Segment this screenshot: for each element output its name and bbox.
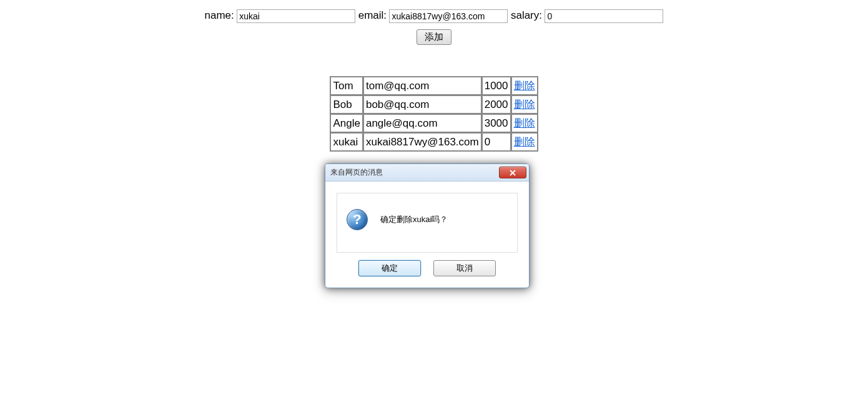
- add-button[interactable]: 添加: [417, 29, 451, 45]
- cell-salary: 2000: [482, 95, 511, 114]
- cell-action: 删除: [511, 114, 538, 132]
- table-row: xukaixukai8817wy@163.com0删除: [330, 133, 537, 151]
- delete-link[interactable]: 删除: [514, 80, 535, 92]
- salary-label: salary:: [511, 9, 542, 21]
- cell-name: Tom: [330, 77, 362, 95]
- name-label: name:: [205, 9, 234, 21]
- email-label: email:: [358, 9, 387, 21]
- email-input[interactable]: [389, 9, 508, 23]
- table-row: Bobbob@qq.com2000删除: [330, 95, 537, 114]
- cell-salary: 0: [482, 133, 511, 151]
- cell-email: xukai8817wy@163.com: [363, 133, 481, 151]
- salary-input[interactable]: [545, 9, 663, 23]
- delete-link[interactable]: 删除: [514, 117, 535, 129]
- cell-email: bob@qq.com: [363, 95, 481, 114]
- delete-link[interactable]: 删除: [514, 99, 535, 110]
- cell-salary: 1000: [482, 77, 511, 95]
- cell-action: 删除: [511, 77, 538, 95]
- cell-email: tom@qq.com: [363, 77, 481, 95]
- form-row: name: email: salary:: [0, 0, 868, 26]
- data-table: Tomtom@qq.com1000删除Bobbob@qq.com2000删除An…: [330, 76, 538, 152]
- cell-action: 删除: [511, 95, 538, 114]
- delete-link[interactable]: 删除: [514, 136, 535, 148]
- table-row: Tomtom@qq.com1000删除: [330, 77, 537, 95]
- cell-salary: 3000: [482, 114, 511, 132]
- cell-name: xukai: [330, 133, 362, 151]
- name-input[interactable]: [237, 9, 355, 23]
- button-row: 添加: [0, 29, 868, 45]
- cell-name: Bob: [330, 95, 362, 114]
- cell-name: Angle: [330, 114, 362, 132]
- cell-action: 删除: [511, 133, 538, 151]
- cell-email: angle@qq.com: [363, 114, 481, 132]
- table-row: Angleangle@qq.com3000删除: [330, 114, 537, 132]
